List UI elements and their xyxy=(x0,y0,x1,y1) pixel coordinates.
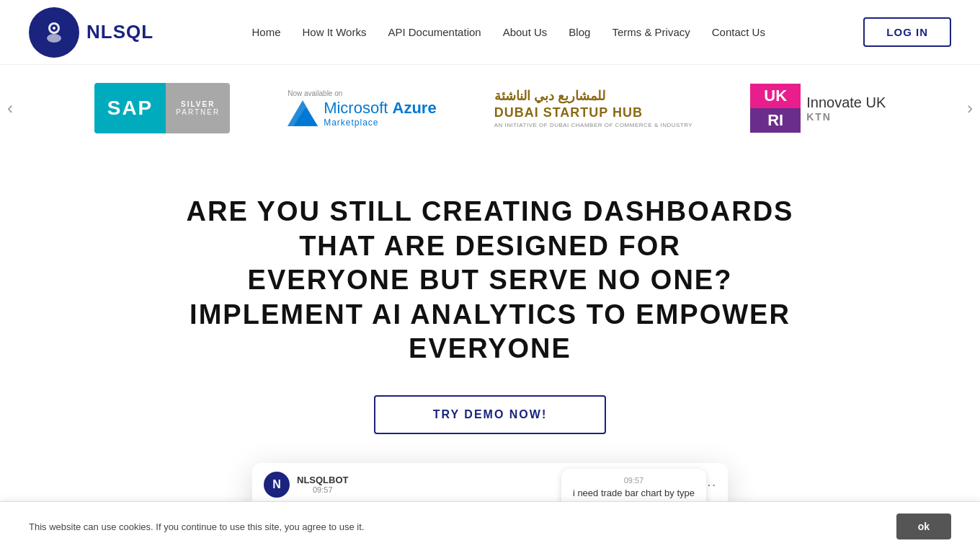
ukri-top-text: UK xyxy=(750,84,801,108)
chat-bot-time: 09:57 xyxy=(297,485,349,494)
svg-point-3 xyxy=(53,27,55,30)
hero-section: ARE YOU STILL CREATING DASHBOARDS THAT A… xyxy=(0,151,980,551)
svg-point-2 xyxy=(47,34,61,43)
dubai-english-text: DUBAI STARTUP HUB xyxy=(494,105,643,120)
nav-links: Home How It Works API Documentation Abou… xyxy=(251,26,765,39)
azure-available-text: Now available on xyxy=(288,89,342,97)
bubble-text: i need trade bar chart by type xyxy=(573,488,695,498)
chat-header-left: N NLSQLBOT 09:57 xyxy=(264,472,349,498)
sap-partner-label: PARTNER xyxy=(176,108,220,116)
azure-logo: Now available on Microsoft Azure Marketp… xyxy=(288,89,436,128)
chat-info: NLSQLBOT 09:57 xyxy=(297,475,349,494)
cookie-banner: This website can use cookies. If you con… xyxy=(0,501,980,551)
nav-contact-us[interactable]: Contact Us xyxy=(712,26,765,38)
nav-blog[interactable]: Blog xyxy=(569,26,590,38)
dubai-logo: للمشاريع دبي الناشئة DUBAI STARTUP HUB A… xyxy=(494,88,693,128)
chat-bot-name: NLSQLBOT xyxy=(297,475,349,485)
sap-silver-badge: SILVER PARTNER xyxy=(166,83,230,133)
ukri-bottom-text: RI xyxy=(750,108,801,133)
partners-next-arrow[interactable]: › xyxy=(967,98,973,118)
try-demo-button[interactable]: TRY DEMO NOW! xyxy=(374,395,606,434)
nav-about-us[interactable]: About Us xyxy=(503,26,548,38)
cookie-text: This website can use cookies. If you con… xyxy=(29,521,875,532)
navbar: NLSQL Home How It Works API Documentatio… xyxy=(0,0,980,65)
cookie-ok-button[interactable]: ok xyxy=(896,513,951,539)
innovate-name-block: Innovate UK KTN xyxy=(806,94,886,123)
hero-heading: ARE YOU STILL CREATING DASHBOARDS THAT A… xyxy=(166,195,814,366)
nav-home[interactable]: Home xyxy=(251,26,280,38)
partners-prev-arrow[interactable]: ‹ xyxy=(7,98,13,118)
logo-link[interactable]: NLSQL xyxy=(29,7,153,58)
sap-badge: SAP xyxy=(94,83,166,133)
azure-marketplace-text: Marketplace xyxy=(324,118,436,128)
logo-icon xyxy=(29,7,79,58)
nav-terms-privacy[interactable]: Terms & Privacy xyxy=(612,26,690,38)
partners-strip: ‹ SAP SILVER PARTNER Now available on Mi… xyxy=(0,65,980,151)
hero-line1: ARE YOU STILL CREATING DASHBOARDS THAT A… xyxy=(187,196,794,261)
dubai-subtitle: AN INITIATIVE OF DUBAI CHAMBER OF COMMER… xyxy=(494,122,693,128)
azure-name-block: Microsoft Azure Marketplace xyxy=(324,99,436,128)
chat-avatar: N xyxy=(264,472,290,498)
login-button[interactable]: LOG IN xyxy=(863,17,951,47)
innovate-ktn-text: KTN xyxy=(806,111,886,123)
logo-text: NLSQL xyxy=(86,21,153,43)
hero-line2: EVERYONE BUT SERVE NO ONE? xyxy=(248,265,733,295)
nav-api-docs[interactable]: API Documentation xyxy=(388,26,481,38)
innovate-text: Innovate UK xyxy=(806,94,886,111)
sap-partner-logo: SAP SILVER PARTNER xyxy=(94,83,230,133)
nav-how-it-works[interactable]: How It Works xyxy=(303,26,367,38)
sap-text: SAP xyxy=(107,97,153,120)
dubai-arabic-text: للمشاريع دبي الناشئة xyxy=(494,88,605,104)
azure-icon xyxy=(288,100,318,126)
innovate-uk-logo: UK RI Innovate UK KTN xyxy=(750,83,886,133)
hero-line3: IMPLEMENT AI ANALYTICS TO EMPOWER EVERYO… xyxy=(190,299,790,364)
sap-silver-label: SILVER xyxy=(181,100,215,108)
azure-name-text: Microsoft Azure xyxy=(324,99,436,118)
ukri-box: UK RI xyxy=(750,83,801,133)
azure-brand: Microsoft Azure Marketplace xyxy=(288,99,436,128)
bubble-time: 09:57 xyxy=(573,476,695,485)
